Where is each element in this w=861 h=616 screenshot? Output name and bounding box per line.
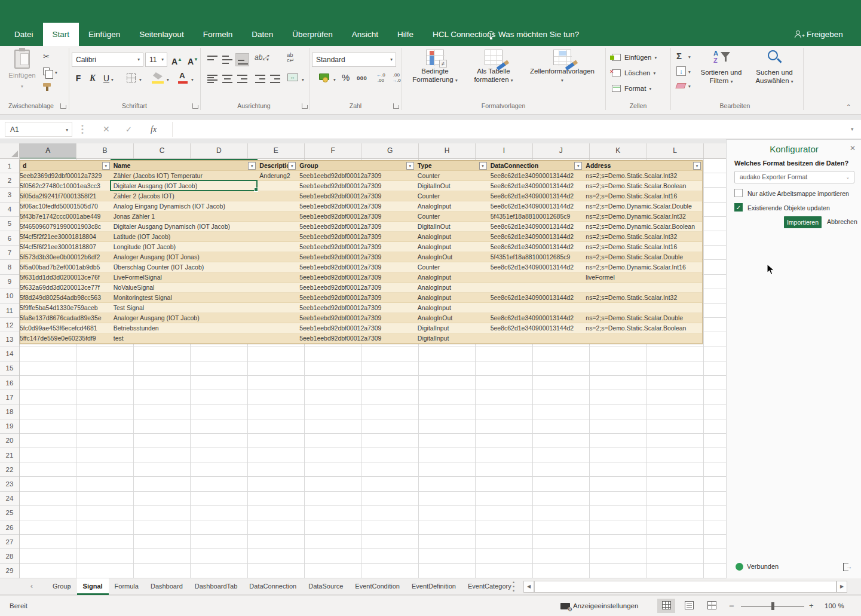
align-top-button[interactable] <box>206 53 219 66</box>
table-cell[interactable]: Test Signal <box>111 303 258 313</box>
share-button[interactable]: + Freigeben <box>795 23 843 46</box>
row-header-12[interactable]: 12 <box>0 318 19 332</box>
table-cell[interactable]: 5eeb1eebd92dbf00012a7309 <box>297 303 415 313</box>
menu-tab-start[interactable]: Start <box>43 23 79 46</box>
table-cell[interactable]: 5ee8c62d1e340900013144d2 <box>488 232 584 242</box>
table-cell[interactable]: 5fa8e137d8676cadad89e35e <box>20 313 111 323</box>
font-name-select[interactable]: Calibri▾ <box>72 53 143 67</box>
table-cell[interactable]: 5ee8c62d1e340900013144d2 <box>488 201 584 212</box>
table-cell[interactable]: 5f5a00bad7b2ef0001ab9db5 <box>20 262 111 272</box>
increase-decimal-button[interactable]: ←.0.00 <box>376 72 385 83</box>
fill-color-icon[interactable] <box>153 72 163 79</box>
table-cell[interactable]: 5ee8c62d1e340900013144d2 <box>488 191 584 201</box>
menu-tab-datei[interactable]: Datei <box>5 23 43 46</box>
table-cell[interactable]: DigitalInput <box>415 333 488 344</box>
table-cell[interactable] <box>488 272 584 283</box>
row-header-16[interactable]: 16 <box>0 376 19 390</box>
align-middle-button[interactable] <box>220 53 234 66</box>
font-color-dropdown-icon[interactable]: ▾ <box>191 77 194 82</box>
import-button[interactable]: Importieren <box>784 216 822 228</box>
table-cell[interactable]: AnalogInOut <box>415 252 488 262</box>
borders-icon[interactable] <box>127 73 136 82</box>
copy-dropdown-icon[interactable]: ▾ <box>55 70 57 75</box>
table-cell[interactable]: ns=2;s=Demo.Static.Scalar.Int32 <box>583 171 702 181</box>
menu-tab-einfügen[interactable]: Einfügen <box>79 23 130 46</box>
format-as-table-button[interactable]: Als Tabelle formatieren ▾ <box>465 50 522 85</box>
table-cell[interactable]: 5ee8c62d1e340900013144d2 <box>488 262 584 272</box>
fill-button[interactable]: ↓ <box>676 66 686 76</box>
table-cell[interactable] <box>583 303 702 313</box>
sheet-tab-eventcategory[interactable]: EventCategory <box>462 578 517 595</box>
table-cell[interactable]: 5eeb1eebd92dbf00012a7309 <box>297 333 415 344</box>
table-cell[interactable]: ns=2;s=Demo.Dynamic.Scalar.Int16 <box>583 262 702 272</box>
table-cell[interactable]: DigitalInput <box>415 323 488 333</box>
zoom-in-button[interactable]: + <box>809 596 814 616</box>
table-cell[interactable]: liveFormel <box>583 272 702 283</box>
table-cell[interactable]: 5f05da2f9241f70001358f21 <box>20 191 111 201</box>
paste-dropdown-icon[interactable]: ▾ <box>21 84 23 89</box>
table-cell[interactable]: 5f4cf5f6f21ee30001818807 <box>20 242 111 252</box>
table-cell[interactable] <box>257 242 297 252</box>
table-cell[interactable]: 5ee8c62d1e340900013144d2 <box>488 313 584 323</box>
table-cell[interactable]: Analoger Ausgang (IOT Jonas) <box>111 252 258 262</box>
table-cell[interactable] <box>257 293 297 303</box>
sheet-tab-dataconnection[interactable]: DataConnection <box>243 578 302 595</box>
row-header-13[interactable]: 13 <box>0 332 19 347</box>
table-cell[interactable] <box>257 262 297 272</box>
cell-styles-button[interactable]: Zellenformatvorlagen▾ <box>523 50 601 85</box>
table-cell[interactable]: AnalogInput <box>415 272 488 283</box>
table-cell[interactable]: Longitude (IOT Jacob) <box>111 242 258 252</box>
sheet-tab-formula[interactable]: Formula <box>109 578 145 595</box>
autosum-dropdown-icon[interactable]: ▾ <box>688 54 691 60</box>
table-cell[interactable]: 5eeb1eebd92dbf00012a7309 <box>297 232 415 242</box>
hscroll-track[interactable] <box>534 581 837 593</box>
table-cell[interactable]: 5f4650960791990001903c8c <box>20 222 111 232</box>
table-cell[interactable]: Counter <box>415 212 488 222</box>
format-painter-icon[interactable] <box>43 83 51 87</box>
cut-icon[interactable]: ✂ <box>43 52 50 61</box>
table-cell[interactable]: ns=2;s=Demo.Static.Scalar.Int32 <box>583 232 702 242</box>
row-header-11[interactable]: 11 <box>0 304 19 318</box>
table-cell[interactable]: ns=2;s=Demo.Static.Scalar.Boolean <box>583 323 702 333</box>
table-cell[interactable]: 5f4cf5f2f21ee30001818804 <box>20 232 111 242</box>
table-cell[interactable]: 5ee8c62d1e340900013144d2 <box>488 242 584 252</box>
table-cell[interactable] <box>257 272 297 283</box>
table-cell[interactable]: 5eeb1eebd92dbf00012a7309 <box>297 313 415 323</box>
sheet-tab-eventdefinition[interactable]: EventDefinition <box>406 578 462 595</box>
table-cell[interactable]: 5eeb1eebd92dbf00012a7309 <box>297 201 415 212</box>
table-cell[interactable]: Betriebsstunden <box>111 323 258 333</box>
table-cell[interactable]: 5f4351ef18a88100012685c9 <box>488 252 584 262</box>
table-cell[interactable]: AnalogInput <box>415 232 488 242</box>
row-header-10[interactable]: 10 <box>0 289 19 304</box>
font-size-select[interactable]: 11▾ <box>145 53 167 67</box>
row-header-7[interactable]: 7 <box>0 246 19 260</box>
table-cell[interactable]: Digitaler Ausgang Dynamisch (IOT Jacob) <box>111 222 258 232</box>
column-header-B[interactable]: B <box>76 143 133 159</box>
table-cell[interactable] <box>583 333 702 344</box>
collapse-ribbon-icon[interactable]: ⌃ <box>846 103 851 110</box>
table-cell[interactable]: Analoger Ausgang (IOT Jacob) <box>111 313 258 323</box>
table-cell[interactable]: ns=2;s=Demo.Static.Scalar.Int16 <box>583 242 702 252</box>
table-cell[interactable]: ns=2;s=Demo.Static.Scalar.Double <box>583 252 702 262</box>
fill-dropdown-icon[interactable]: ▾ <box>688 69 691 75</box>
underline-button[interactable]: U <box>100 71 112 85</box>
decrease-indent-button[interactable] <box>253 72 267 85</box>
table-cell[interactable] <box>257 181 297 191</box>
table-cell[interactable] <box>257 222 297 232</box>
sheet-nav-left-icon[interactable]: ‹ <box>26 578 37 594</box>
row-header-2[interactable]: 2 <box>0 173 19 188</box>
table-cell[interactable]: test <box>111 333 258 344</box>
filter-dropdown-icon[interactable]: ▾ <box>574 162 582 170</box>
table-cell[interactable]: 5eeb1eebd92dbf00012a7309 <box>297 171 415 181</box>
confirm-entry-icon[interactable]: ✓ <box>125 122 132 137</box>
borders-dropdown-icon[interactable]: ▾ <box>139 77 142 82</box>
paste-button[interactable]: Einfügen ▾ <box>7 50 37 100</box>
sheet-tab-dashboard[interactable]: Dashboard <box>145 578 189 595</box>
table-cell[interactable]: ns=2;s=Demo.Static.Scalar.Int32 <box>583 293 702 303</box>
clear-eraser-icon[interactable] <box>675 83 686 88</box>
row-header-29[interactable]: 29 <box>0 564 19 578</box>
table-cell[interactable]: ns=2;s=Demo.Static.Scalar.Double <box>583 313 702 323</box>
table-cell[interactable]: 5eeb1eebd92dbf00012a7309 <box>297 191 415 201</box>
table-cell[interactable]: 5f573d3b30ee0b00012b6df2 <box>20 252 111 262</box>
row-header-25[interactable]: 25 <box>0 506 19 520</box>
